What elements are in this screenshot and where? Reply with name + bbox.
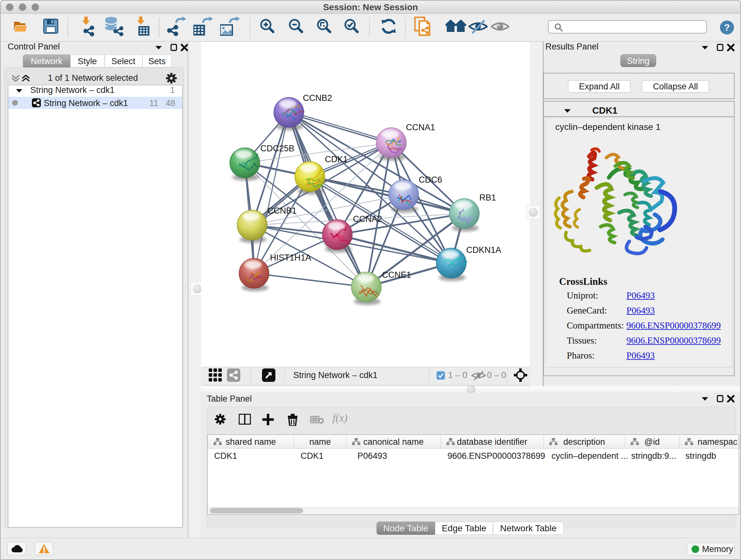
svg-text:?: ?: [724, 22, 730, 33]
svg-text:CCNB1: CCNB1: [267, 206, 297, 215]
svg-text:CDK1: CDK1: [325, 154, 348, 164]
svg-text:CCNA1: CCNA1: [406, 123, 435, 132]
svg-text:HIST1H1A: HIST1H1A: [270, 253, 311, 262]
svg-text:CDKN1A: CDKN1A: [466, 245, 501, 255]
svg-text:CDC6: CDC6: [419, 175, 442, 185]
svg-text:RB1: RB1: [479, 193, 496, 202]
svg-text:CCNA2: CCNA2: [353, 214, 382, 224]
svg-text:CCNB2: CCNB2: [303, 93, 332, 103]
svg-text:CCNE1: CCNE1: [382, 270, 411, 280]
svg-text:CDC25B: CDC25B: [260, 144, 294, 153]
